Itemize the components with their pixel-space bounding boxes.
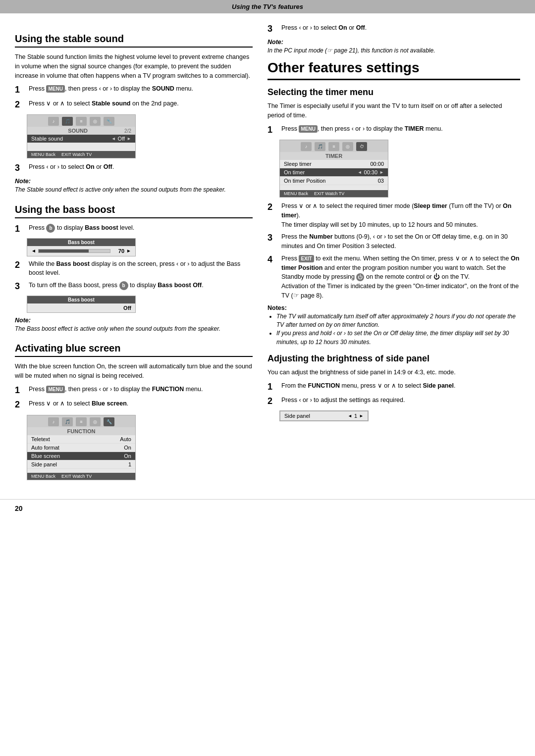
sp-value: 1	[354, 413, 357, 419]
icon3: ≡	[76, 117, 87, 126]
menu-back: MENU Back	[31, 152, 55, 157]
step-number-2: 2	[15, 99, 26, 110]
blue-screen-step3-area: 3 Press ‹ or › to select On or Off. Note…	[268, 23, 520, 55]
function-menu-title-text: FUNCTION	[31, 428, 131, 434]
stable-sound-section: Using the stable sound The Stable sound …	[15, 33, 253, 194]
function-menu-footer: MENU Back EXIT Watch TV	[27, 473, 135, 480]
bb-value: 70	[112, 248, 124, 254]
side-panel-row: Side panel 1	[27, 460, 135, 469]
icon4: ◎	[90, 117, 101, 126]
note-text: The Stable sound effect is active only w…	[15, 186, 253, 194]
blue-screen-heading: Activating blue screen	[15, 343, 253, 357]
sp-right-arrow: ►	[359, 413, 364, 418]
side-panel-section: Adjusting the brightness of side panel Y…	[268, 353, 520, 421]
right-column: 3 Press ‹ or › to select On or Off. Note…	[268, 23, 520, 484]
sp-left-arrow: ◄	[348, 413, 352, 418]
t-step-number-2: 2	[268, 202, 278, 213]
t-step4-content: Press EXIT to exit the menu. When settin…	[281, 254, 520, 301]
timer-menu-title: TIMER	[280, 152, 388, 160]
timer-notes-title: Notes:	[268, 304, 520, 311]
standby-icon: ⏻	[356, 273, 364, 281]
timer-menu-icons: ♪ 🎵 ≡ ◎ ⏱	[280, 140, 388, 152]
auto-format-row: Auto format On	[27, 444, 135, 452]
timer-step4: 4 Press EXIT to exit the menu. When sett…	[268, 254, 520, 301]
header-title: Using the TV's features	[232, 3, 303, 10]
timer-section: Selecting the timer menu The Timer is es…	[268, 87, 520, 347]
timer-step3: 3 Press the Number buttons (0-9), ‹ or ›…	[268, 232, 520, 251]
t-step3-content: Press the Number buttons (0-9), ‹ or › t…	[281, 232, 520, 251]
content-area: Using the stable sound The Stable sound …	[0, 13, 535, 494]
fn-icon1: ♪	[48, 417, 59, 426]
step2-content: Press ∨ or ∧ to select Stable sound on t…	[29, 99, 253, 108]
sp-step1-content: From the FUNCTION menu, press ∨ or ∧ to …	[281, 381, 520, 391]
bs-step-number-2: 2	[15, 399, 26, 410]
fn-icon5: 🔧	[104, 417, 114, 426]
bb-icon: b	[46, 224, 55, 233]
blue-screen-row: Blue screen On	[27, 452, 135, 460]
timer-menu-screenshot: ♪ 🎵 ≡ ◎ ⏱ TIMER Sleep timer 00:00 On	[279, 140, 388, 198]
stable-sound-menu: ♪ 🎵 ≡ ◎ 🔧 SOUND 2/2 Stable sound ◄	[27, 114, 136, 158]
timer-spacer	[280, 185, 388, 190]
bass-boost-note: Note: The Bass boost effect is active on…	[15, 317, 253, 333]
timer-step2: 2 Press ∨ or ∧ to select the required ti…	[268, 202, 520, 229]
blue-screen-step3: 3 Press ‹ or › to select On or Off.	[268, 23, 520, 35]
bb-off-value: Off	[123, 305, 131, 311]
blue-screen-step1: 1 Press MENU, then press ‹ or › to displ…	[15, 385, 253, 396]
blue-screen-step2: 2 Press ∨ or ∧ to select Blue screen.	[15, 399, 253, 410]
bb-left-arrow: ◄	[31, 248, 36, 253]
bass-boost-bar-screenshot: Bass boost ◄ 70 ►	[27, 238, 136, 256]
blue-screen-section: Activating blue screen With the blue scr…	[15, 343, 253, 480]
pc-note-text: In the PC input mode (☞ page 21), this f…	[268, 47, 520, 55]
bb-step-number-1: 1	[15, 223, 26, 235]
side-panel-step1: 1 From the FUNCTION menu, press ∨ or ∧ t…	[268, 381, 520, 393]
bs-step2-content: Press ∨ or ∧ to select Blue screen.	[29, 399, 253, 408]
timer-heading: Selecting the timer menu	[268, 87, 520, 98]
t-menu-back: MENU Back	[284, 191, 308, 196]
page-number: 20	[15, 504, 23, 512]
bs-step1-content: Press MENU, then press ‹ or › to display…	[29, 385, 253, 394]
bb-icon2: b	[119, 281, 128, 290]
side-panel-step2: 2 Press ‹ or › to adjust the settings as…	[268, 396, 520, 407]
bb-step3-content: To turn off the Bass boost, press b to d…	[29, 281, 253, 290]
bass-boost-step2: 2 While the Bass boost display is on the…	[15, 259, 253, 278]
t-step2-content: Press ∨ or ∧ to select the required time…	[281, 202, 520, 229]
stable-sound-note: Note: The Stable sound effect is active …	[15, 178, 253, 194]
t-icon3: ≡	[328, 142, 339, 151]
page-footer: 20	[0, 499, 535, 517]
step1-content: Press MENU, then press ‹ or › to display…	[29, 84, 253, 94]
t-step-number-3: 3	[268, 232, 278, 244]
fn-icon2: 🎵	[62, 417, 73, 426]
step-number-3: 3	[15, 162, 26, 174]
sp-screenshot-row: Side panel ◄ 1 ►	[280, 411, 368, 421]
exit-icon: EXIT	[299, 255, 314, 262]
fn-spacer	[27, 469, 135, 473]
icon1: ♪	[48, 117, 59, 126]
bb-right-arrow: ►	[126, 248, 131, 253]
fn-menu-back: MENU Back	[31, 474, 55, 479]
side-panel-screenshot: Side panel ◄ 1 ►	[279, 410, 369, 421]
menu-icon: MENU	[46, 85, 64, 93]
timer-title-text: TIMER	[284, 153, 384, 159]
timer-menu-footer: MENU Back EXIT Watch TV	[280, 190, 388, 197]
sp-step2-content: Press ‹ or › to adjust the settings as r…	[281, 396, 520, 405]
t-step-number-4: 4	[268, 254, 278, 265]
bb-bar-bg	[38, 249, 110, 253]
bb-off-header: Bass boost	[27, 296, 135, 303]
bass-boost-step3: 3 To turn off the Bass boost, press b to…	[15, 281, 253, 292]
sp-step-number-2: 2	[268, 396, 278, 407]
t-menu-icon: MENU	[299, 125, 317, 133]
teletext-row: Teletext Auto	[27, 435, 135, 444]
bs-menu-icon: MENU	[46, 386, 64, 393]
bb-step-number-2: 2	[15, 259, 26, 271]
step3-content: Press ‹ or › to select On or Off.	[29, 162, 253, 172]
bb-bar-row: ◄ 70 ►	[27, 246, 135, 256]
stable-sound-label: Stable sound	[31, 136, 63, 142]
menu-footer: MENU Back EXIT Watch TV	[27, 151, 135, 158]
fn-icon3: ≡	[76, 417, 87, 426]
fn-watch-tv: EXIT Watch TV	[61, 474, 92, 479]
pc-note-title: Note:	[268, 39, 520, 46]
bs-step-number-3: 3	[268, 23, 278, 35]
stable-sound-step1: 1 Press MENU, then press ‹ or › to displ…	[15, 84, 253, 96]
note-title: Note:	[15, 178, 253, 185]
fn-icon4: ◎	[90, 417, 101, 426]
